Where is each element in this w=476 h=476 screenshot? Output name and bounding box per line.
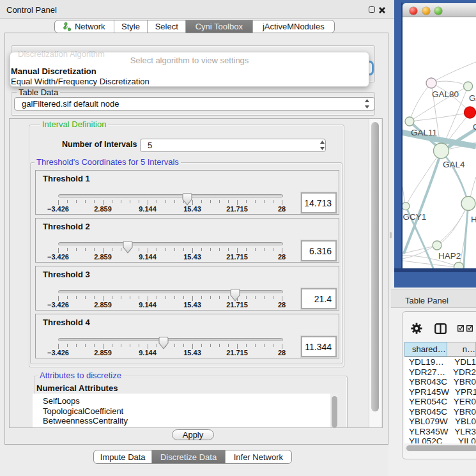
svg-text:C: C: [473, 122, 476, 132]
svg-text:GAL4: GAL4: [443, 160, 465, 169]
svg-text:GAL: GAL: [469, 93, 476, 103]
svg-text:H: H: [471, 215, 476, 224]
svg-text:GAL80: GAL80: [432, 89, 459, 99]
svg-text:GAL11: GAL11: [411, 128, 437, 137]
svg-text:GCY1: GCY1: [403, 212, 427, 222]
svg-text:HAP2: HAP2: [438, 251, 461, 261]
